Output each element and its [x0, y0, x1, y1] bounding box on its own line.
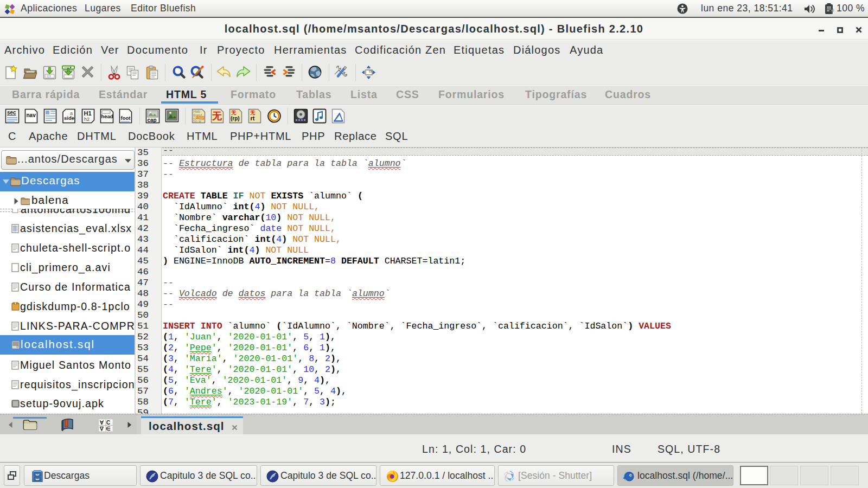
svg-text:无: 无 [212, 111, 222, 121]
svg-text:∇: ∇ [99, 426, 104, 432]
svg-text:ang: ang [196, 114, 205, 120]
svg-text:nav: nav [27, 112, 36, 118]
svg-text:∈: ∈ [106, 426, 111, 432]
svg-text:C: C [106, 420, 110, 426]
svg-text:foot: foot [121, 115, 131, 121]
svg-text:side: side [64, 115, 74, 121]
svg-text:ho w: ho w [193, 119, 202, 123]
svg-text:a: a [70, 111, 73, 116]
svg-text:无: 无 [231, 110, 237, 115]
svg-text:h2: h2 [84, 117, 90, 122]
svg-text:cap: cap [148, 117, 157, 123]
svg-text:Hab: Hab [193, 110, 200, 113]
svg-text:sec: sec [7, 110, 16, 115]
svg-text:head: head [101, 113, 113, 119]
svg-text:H1: H1 [84, 110, 92, 117]
svg-text:rt: rt [251, 115, 255, 121]
svg-text:∀: ∀ [99, 420, 104, 426]
svg-text:(rp): (rp) [231, 115, 240, 121]
